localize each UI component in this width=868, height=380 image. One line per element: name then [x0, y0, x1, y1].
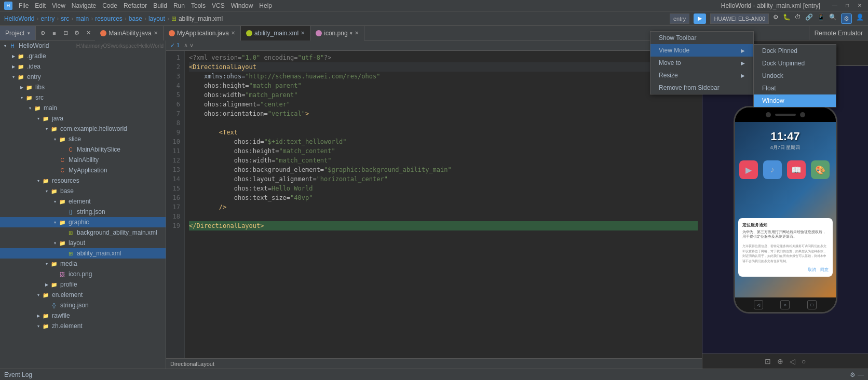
- debug-icon[interactable]: 🐛: [783, 13, 791, 24]
- settings-toolbar-icon[interactable]: ⚙: [841, 13, 852, 24]
- project-dropdown-icon[interactable]: ▾: [28, 31, 30, 36]
- phone-screen[interactable]: 11:47 4月7日 星期四 ▶ ♪ 📖 🎨 定位服务通知 为华为、第三方应用打…: [735, 122, 836, 297]
- breadcrumb-layout[interactable]: layout: [148, 15, 165, 22]
- tab-mainability-java[interactable]: MainAbility.java ✕: [95, 26, 163, 40]
- tab-ability-xml[interactable]: ability_main.xml ✕: [241, 26, 310, 40]
- close-button[interactable]: ✕: [856, 2, 864, 10]
- menu-resize[interactable]: Resize ▶: [650, 69, 753, 82]
- breadcrumb-helloworld[interactable]: HelloWorld: [4, 15, 34, 22]
- tab-close-icon-png[interactable]: ✕: [355, 30, 359, 36]
- submenu-undock[interactable]: Undock: [754, 70, 836, 82]
- device-selector[interactable]: HUAWEI ELS-AN00: [710, 13, 769, 24]
- menu-run[interactable]: Run: [173, 2, 185, 9]
- settings-tab-button[interactable]: ⚙: [72, 29, 82, 38]
- tree-root[interactable]: ▾ H HelloWorld H:\harmonyOS\workspace\He…: [0, 40, 166, 51]
- collapse-tab-button[interactable]: ⊟: [61, 29, 70, 38]
- menu-window[interactable]: Window: [231, 2, 253, 9]
- maximize-button[interactable]: □: [843, 2, 851, 10]
- tree-item-java[interactable]: ▾ 📁 java: [0, 113, 166, 124]
- menu-vcs[interactable]: VCS: [212, 2, 225, 9]
- screenshot-button[interactable]: ⊡: [765, 357, 771, 365]
- dialog-agree-button[interactable]: 同意: [820, 267, 829, 273]
- breadcrumb-base[interactable]: base: [129, 15, 142, 22]
- phone-app-1[interactable]: ▶: [739, 160, 758, 179]
- tree-item-ability-main-xml[interactable]: ⊞ ability_main.xml: [0, 248, 166, 259]
- tree-item-element[interactable]: ▾ 📁 element: [0, 196, 166, 207]
- menu-navigate[interactable]: Navigate: [72, 2, 96, 9]
- tree-item-profile[interactable]: ▶ 📁 profile: [0, 279, 166, 290]
- tree-item-graphic[interactable]: ▾ 📁 graphic: [0, 217, 166, 227]
- sort-tab-button[interactable]: ≡: [49, 29, 59, 38]
- project-tab[interactable]: Project ▾: [0, 26, 36, 40]
- tree-item-media[interactable]: ▾ 📁 media: [0, 259, 166, 269]
- editor-content[interactable]: 12345 678910 1112131415 16171819 <?xml v…: [166, 51, 702, 358]
- tree-item-layout[interactable]: ▾ 📁 layout: [0, 238, 166, 248]
- search-toolbar-icon[interactable]: 🔍: [829, 13, 837, 24]
- tree-item-rawfile[interactable]: ▶ 📁 rawfile: [0, 310, 166, 321]
- tree-item-mainabilityslice[interactable]: C MainAbilitySlice: [0, 144, 166, 155]
- phone-recents-button[interactable]: □: [807, 300, 817, 309]
- menu-remove-from-sidebar[interactable]: Remove from Sidebar: [650, 82, 753, 94]
- tab-close-mainability[interactable]: ✕: [154, 30, 158, 36]
- rotate-button[interactable]: ⊕: [777, 357, 783, 365]
- tree-item-string-json-element[interactable]: {} string.json: [0, 207, 166, 217]
- device-manager-icon[interactable]: 📱: [817, 13, 825, 24]
- breadcrumb-resources[interactable]: resources: [95, 15, 123, 22]
- bottom-settings-icon[interactable]: ⚙: [850, 371, 856, 378]
- tree-item-mainability[interactable]: C MainAbility: [0, 155, 166, 165]
- submenu-float[interactable]: Float: [754, 82, 836, 94]
- submenu-dock-pinned[interactable]: Dock Pinned: [754, 45, 836, 57]
- menu-code[interactable]: Code: [102, 2, 117, 9]
- code-editor[interactable]: <?xml version="1.0" encoding="utf-8"?> <…: [185, 51, 702, 358]
- build-icon[interactable]: ⚙: [773, 13, 779, 24]
- minimize-button[interactable]: —: [831, 2, 839, 10]
- event-log-tab[interactable]: Event Log: [4, 371, 32, 378]
- menu-view-mode[interactable]: View Mode ▶ Dock Pinned Dock Unpinned Un…: [650, 44, 753, 57]
- home-emulator-button[interactable]: ○: [802, 357, 806, 365]
- menu-move-to[interactable]: Move to ▶: [650, 57, 753, 69]
- tree-item-libs[interactable]: ▶ 📁 libs: [0, 82, 166, 92]
- menu-refactor[interactable]: Refactor: [124, 2, 147, 9]
- breadcrumb-src[interactable]: src: [61, 15, 69, 22]
- tree-item-entry[interactable]: ▾ 📁 entry: [0, 72, 166, 82]
- phone-app-2[interactable]: ♪: [763, 160, 782, 179]
- user-icon[interactable]: 👤: [856, 13, 864, 24]
- profile-icon[interactable]: ⏱: [795, 13, 801, 24]
- menu-show-toolbar[interactable]: Show Toolbar: [650, 32, 753, 44]
- add-tab-button[interactable]: ⊕: [38, 29, 47, 38]
- tab-myapplication-java[interactable]: MyApplication.java ✕: [164, 26, 241, 40]
- remote-emulator-tab[interactable]: Remote Emulator: [809, 26, 868, 40]
- tree-item-base[interactable]: ▾ 📁 base: [0, 186, 166, 196]
- submenu-window[interactable]: Window: [754, 94, 836, 107]
- close-tab-button[interactable]: ✕: [84, 29, 93, 38]
- bottom-close-icon[interactable]: —: [858, 371, 864, 378]
- tree-item-myapplication[interactable]: C MyApplication: [0, 165, 166, 175]
- tree-item-slice[interactable]: ▾ 📁 slice: [0, 134, 166, 144]
- tree-item-icon-png[interactable]: 🖼 icon.png: [0, 269, 166, 279]
- menu-help[interactable]: Help: [259, 2, 272, 9]
- tree-item-gradle[interactable]: ▶ 📁 .gradle: [0, 51, 166, 61]
- attach-icon[interactable]: 🔗: [805, 13, 813, 24]
- tab-close-myapplication[interactable]: ✕: [231, 30, 235, 36]
- tab-icon-png[interactable]: icon.png ▾ ✕: [310, 26, 364, 40]
- tree-item-idea[interactable]: ▶ 📁 .idea: [0, 61, 166, 72]
- tree-item-resources[interactable]: ▾ 📁 resources: [0, 175, 166, 186]
- breadcrumb-main[interactable]: main: [75, 15, 89, 22]
- menu-edit[interactable]: Edit: [35, 2, 46, 9]
- menu-file[interactable]: File: [19, 2, 29, 9]
- breadcrumb-entry[interactable]: entry: [40, 15, 55, 22]
- dialog-cancel-button[interactable]: 取消: [808, 267, 816, 273]
- phone-app-4[interactable]: 🎨: [811, 160, 830, 179]
- run-button[interactable]: ▶: [694, 13, 706, 24]
- submenu-dock-unpinned[interactable]: Dock Unpinned: [754, 57, 836, 70]
- tree-item-main[interactable]: ▾ 📁 main: [0, 103, 166, 113]
- phone-back-button[interactable]: ◁: [754, 300, 763, 309]
- tab-close-ability-xml[interactable]: ✕: [301, 30, 305, 36]
- phone-home-button[interactable]: ○: [780, 300, 790, 309]
- tree-item-string-json-en[interactable]: {} string.json: [0, 300, 166, 310]
- tree-item-en-element[interactable]: ▾ 📁 en.element: [0, 290, 166, 300]
- tab-dropdown-icon[interactable]: ▾: [350, 31, 352, 36]
- tree-item-zh-element[interactable]: ▾ 📁 zh.element: [0, 321, 166, 331]
- entry-selector[interactable]: entry: [670, 13, 689, 24]
- menu-view[interactable]: View: [52, 2, 65, 9]
